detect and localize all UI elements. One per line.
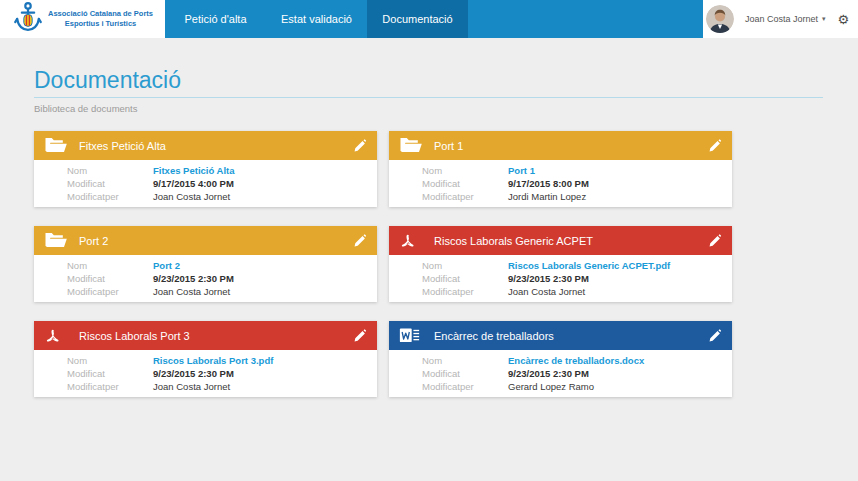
document-link[interactable]: Riscos Laborals Generic ACPET.pdf: [508, 260, 670, 271]
document-card: Port 2 Nom Port 2 Modificat 9/23/2015 2:…: [34, 226, 377, 302]
field-label: Nom: [422, 165, 508, 176]
field-label: Modificatper: [67, 286, 153, 297]
field-label: Modificat: [67, 178, 153, 189]
field-row-nom: Nom Encàrrec de treballadors.docx: [422, 354, 724, 367]
field-label: Modificat: [422, 273, 508, 284]
field-row-modificatper: Modificatper Gerard Lopez Ramo: [422, 380, 724, 393]
modified-date: 9/23/2015 2:30 PM: [508, 273, 589, 284]
field-row-modificat: Modificat 9/23/2015 2:30 PM: [422, 272, 724, 285]
card-header: Riscos Laborals Generic ACPET: [389, 226, 732, 255]
field-label: Modificatper: [422, 286, 508, 297]
title-divider: [34, 97, 823, 98]
field-row-nom: Nom Riscos Laborals Generic ACPET.pdf: [422, 259, 724, 272]
nav-tab-1[interactable]: Estat validació: [266, 0, 367, 38]
field-label: Nom: [67, 260, 153, 271]
logo-text: Associació Catalana de Ports Esportius i…: [48, 9, 153, 29]
pdf-icon: [399, 230, 423, 251]
field-row-nom: Nom Port 1: [422, 164, 724, 177]
modified-by: Gerard Lopez Ramo: [508, 381, 594, 392]
field-row-modificat: Modificat 9/23/2015 2:30 PM: [67, 272, 369, 285]
card-header: Port 2: [34, 226, 377, 255]
edit-pencil-icon[interactable]: [708, 329, 722, 343]
nav-tabs: Petició d'alta Estat validació Documenta…: [165, 0, 703, 38]
field-row-modificat: Modificat 9/23/2015 2:30 PM: [67, 367, 369, 380]
field-label: Modificatper: [422, 191, 508, 202]
field-label: Modificat: [67, 273, 153, 284]
modified-date: 9/17/2015 4:00 PM: [153, 178, 234, 189]
field-label: Nom: [67, 165, 153, 176]
field-row-modificatper: Modificatper Joan Costa Jornet: [67, 190, 369, 203]
field-row-modificatper: Modificatper Jordi Martin Lopez: [422, 190, 724, 203]
user-avatar[interactable]: [706, 5, 734, 33]
card-body: Nom Port 1 Modificat 9/17/2015 8:00 PM M…: [389, 160, 732, 207]
document-link[interactable]: Port 1: [508, 165, 535, 176]
card-header: Fitxes Petició Alta: [34, 131, 377, 160]
modified-date: 9/23/2015 2:30 PM: [508, 368, 589, 379]
modified-by: Joan Costa Jornet: [508, 286, 585, 297]
field-row-modificat: Modificat 9/17/2015 4:00 PM: [67, 177, 369, 190]
modified-date: 9/23/2015 2:30 PM: [153, 273, 234, 284]
pdf-icon: [44, 325, 68, 346]
card-title: Riscos Laborals Port 3: [79, 330, 353, 342]
edit-pencil-icon[interactable]: [353, 139, 367, 153]
user-menu[interactable]: Joan Costa Jornet: [745, 14, 818, 24]
field-label: Modificat: [67, 368, 153, 379]
document-link[interactable]: Fitxes Petició Alta: [153, 165, 234, 176]
field-row-modificatper: Modificatper Joan Costa Jornet: [67, 285, 369, 298]
chevron-down-icon[interactable]: ▾: [822, 15, 826, 23]
field-row-modificat: Modificat 9/23/2015 2:30 PM: [422, 367, 724, 380]
field-row-nom: Nom Fitxes Petició Alta: [67, 164, 369, 177]
nav-tab-label: Documentació: [382, 13, 452, 25]
card-header: Encàrrec de treballadors: [389, 321, 732, 350]
document-card: Riscos Laborals Port 3 Nom Riscos Labora…: [34, 321, 377, 397]
edit-pencil-icon[interactable]: [708, 139, 722, 153]
cards-grid: Fitxes Petició Alta Nom Fitxes Petició A…: [34, 131, 732, 397]
page-title: Documentació: [34, 67, 858, 94]
card-body: Nom Fitxes Petició Alta Modificat 9/17/2…: [34, 160, 377, 207]
document-card: Riscos Laborals Generic ACPET Nom Riscos…: [389, 226, 732, 302]
field-row-nom: Nom Riscos Laborals Port 3.pdf: [67, 354, 369, 367]
field-label: Modificat: [422, 368, 508, 379]
document-link[interactable]: Port 2: [153, 260, 180, 271]
nav-tab-label: Petició d'alta: [184, 13, 246, 25]
card-title: Encàrrec de treballadors: [434, 330, 708, 342]
card-body: Nom Riscos Laborals Port 3.pdf Modificat…: [34, 350, 377, 397]
main-content: Documentació Biblioteca de documents Fit…: [0, 67, 858, 397]
card-title: Riscos Laborals Generic ACPET: [434, 235, 708, 247]
card-body: Nom Encàrrec de treballadors.docx Modifi…: [389, 350, 732, 397]
edit-pencil-icon[interactable]: [353, 329, 367, 343]
word-icon: [399, 325, 423, 346]
document-card: Fitxes Petició Alta Nom Fitxes Petició A…: [34, 131, 377, 207]
anchor-logo-icon: [13, 1, 43, 37]
app-logo: Associació Catalana de Ports Esportius i…: [0, 0, 165, 38]
nav-tab-2[interactable]: Documentació: [367, 0, 468, 38]
edit-pencil-icon[interactable]: [708, 234, 722, 248]
field-label: Nom: [67, 355, 153, 366]
page-subtitle: Biblioteca de documents: [34, 103, 858, 114]
field-label: Modificat: [422, 178, 508, 189]
folder-icon: [44, 135, 68, 156]
modified-by: Joan Costa Jornet: [153, 191, 230, 202]
modified-date: 9/17/2015 8:00 PM: [508, 178, 589, 189]
folder-icon: [399, 135, 423, 156]
field-label: Modificatper: [67, 191, 153, 202]
gear-icon[interactable]: ⚙: [838, 12, 850, 27]
modified-by: Joan Costa Jornet: [153, 286, 230, 297]
field-label: Modificatper: [67, 381, 153, 392]
modified-by: Joan Costa Jornet: [153, 381, 230, 392]
field-row-modificat: Modificat 9/17/2015 8:00 PM: [422, 177, 724, 190]
card-header: Port 1: [389, 131, 732, 160]
card-title: Port 2: [79, 235, 353, 247]
user-area: Joan Costa Jornet ▾ ⚙ ?: [703, 0, 858, 38]
document-card: Encàrrec de treballadors Nom Encàrrec de…: [389, 321, 732, 397]
document-link[interactable]: Encàrrec de treballadors.docx: [508, 355, 644, 366]
nav-tab-0[interactable]: Petició d'alta: [165, 0, 266, 38]
document-card: Port 1 Nom Port 1 Modificat 9/17/2015 8:…: [389, 131, 732, 207]
field-row-modificatper: Modificatper Joan Costa Jornet: [422, 285, 724, 298]
field-label: Modificatper: [422, 381, 508, 392]
top-header: Associació Catalana de Ports Esportius i…: [0, 0, 858, 38]
field-row-nom: Nom Port 2: [67, 259, 369, 272]
card-body: Nom Port 2 Modificat 9/23/2015 2:30 PM M…: [34, 255, 377, 302]
edit-pencil-icon[interactable]: [353, 234, 367, 248]
document-link[interactable]: Riscos Laborals Port 3.pdf: [153, 355, 273, 366]
